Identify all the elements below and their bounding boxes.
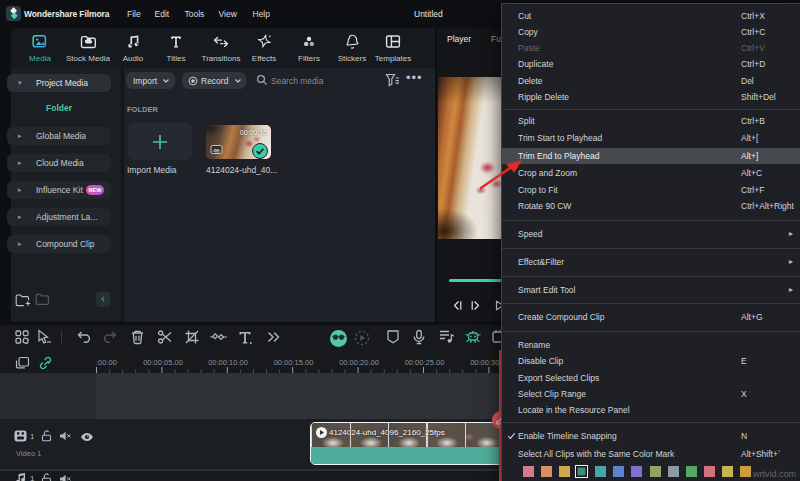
svg-text:4K: 4K (214, 149, 220, 154)
